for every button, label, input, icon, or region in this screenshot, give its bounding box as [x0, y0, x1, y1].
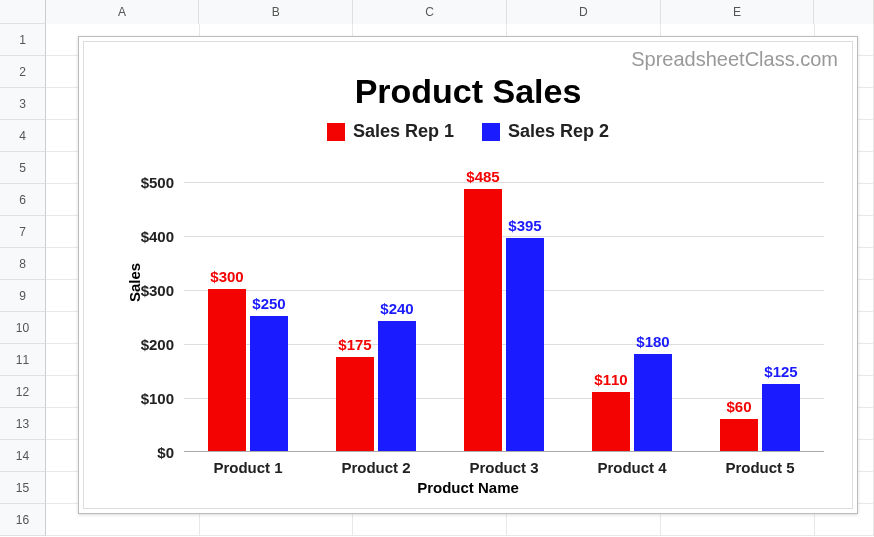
category-label: Product 2	[316, 459, 436, 476]
watermark: SpreadsheetClass.com	[631, 48, 838, 71]
bar-value-label: $125	[741, 363, 821, 380]
legend-swatch	[482, 123, 500, 141]
y-tick-label: $200	[114, 336, 174, 353]
category-label: Product 3	[444, 459, 564, 476]
bar	[250, 316, 288, 451]
bar-value-label: $485	[443, 168, 523, 185]
plot: $0$100$200$300$400$500$300$250Product 1$…	[184, 182, 824, 452]
category-label: Product 5	[700, 459, 820, 476]
row-header[interactable]: 4	[0, 120, 46, 152]
category-label: Product 1	[188, 459, 308, 476]
select-all-corner[interactable]	[0, 0, 46, 24]
plot-area: $0$100$200$300$400$500$300$250Product 1$…	[184, 182, 824, 452]
bar-value-label: $300	[187, 268, 267, 285]
column-headers: ABCDE	[0, 0, 874, 24]
row-headers: 12345678910111213141516	[0, 24, 46, 536]
row-header[interactable]: 14	[0, 440, 46, 472]
bar-value-label: $240	[357, 300, 437, 317]
column-header[interactable]: D	[507, 0, 661, 24]
row-header[interactable]: 16	[0, 504, 46, 536]
bar	[720, 419, 758, 451]
row-header[interactable]: 3	[0, 88, 46, 120]
bar	[378, 321, 416, 451]
legend-item: Sales Rep 1	[327, 121, 454, 142]
row-header[interactable]: 13	[0, 408, 46, 440]
bar	[506, 238, 544, 451]
row-header[interactable]: 9	[0, 280, 46, 312]
legend-item: Sales Rep 2	[482, 121, 609, 142]
row-header[interactable]: 8	[0, 248, 46, 280]
x-axis-label: Product Name	[84, 479, 852, 496]
row-header[interactable]: 1	[0, 24, 46, 56]
row-header[interactable]: 7	[0, 216, 46, 248]
row-header[interactable]: 5	[0, 152, 46, 184]
y-tick-label: $500	[114, 174, 174, 191]
column-header[interactable]: B	[199, 0, 353, 24]
bar	[336, 357, 374, 452]
legend: Sales Rep 1Sales Rep 2	[84, 121, 852, 146]
y-tick-label: $300	[114, 282, 174, 299]
column-header[interactable]: A	[46, 0, 200, 24]
chart-object[interactable]: SpreadsheetClass.com Product Sales Sales…	[78, 36, 858, 514]
row-header[interactable]: 10	[0, 312, 46, 344]
y-tick-label: $100	[114, 390, 174, 407]
bar-value-label: $180	[613, 333, 693, 350]
gridline	[184, 290, 824, 291]
row-header[interactable]: 11	[0, 344, 46, 376]
row-header[interactable]: 12	[0, 376, 46, 408]
spreadsheet: ABCDE 12345678910111213141516 Spreadshee…	[0, 0, 874, 537]
bar-value-label: $250	[229, 295, 309, 312]
bar	[592, 392, 630, 451]
row-header[interactable]: 15	[0, 472, 46, 504]
legend-label: Sales Rep 1	[353, 121, 454, 142]
chart-inner: SpreadsheetClass.com Product Sales Sales…	[83, 41, 853, 509]
column-header[interactable]: C	[353, 0, 507, 24]
y-tick-label: $0	[114, 444, 174, 461]
chart-title: Product Sales	[84, 72, 852, 111]
legend-swatch	[327, 123, 345, 141]
y-tick-label: $400	[114, 228, 174, 245]
category-label: Product 4	[572, 459, 692, 476]
row-header[interactable]: 6	[0, 184, 46, 216]
column-header[interactable]	[814, 0, 874, 24]
bar	[208, 289, 246, 451]
column-header[interactable]: E	[661, 0, 815, 24]
bar	[634, 354, 672, 451]
row-header[interactable]: 2	[0, 56, 46, 88]
bar	[762, 384, 800, 452]
legend-label: Sales Rep 2	[508, 121, 609, 142]
bar-value-label: $395	[485, 217, 565, 234]
gridline	[184, 236, 824, 237]
